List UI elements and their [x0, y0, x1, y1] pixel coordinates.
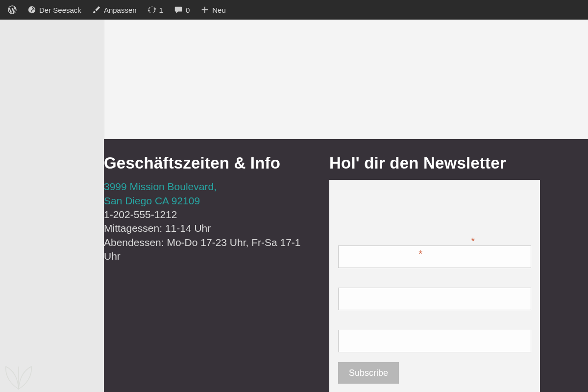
phone-line: 1-202-555-1212	[104, 208, 310, 221]
wp-logo-menu[interactable]	[4, 0, 21, 20]
customize-label: Anpassen	[104, 6, 137, 14]
newsletter-title: Hol' dir den Newsletter	[329, 153, 540, 173]
required-star-icon: *	[418, 248, 422, 260]
subscribe-button[interactable]: Subscribe	[338, 362, 399, 384]
decorative-leaf-icon	[1, 361, 36, 390]
site-name-menu[interactable]: Der Seesack	[24, 0, 85, 20]
newsletter-input-1[interactable]	[338, 245, 531, 268]
dinner-line: Abendessen: Mo-Do 17-23 Uhr, Fr-Sa 17-1 …	[104, 236, 310, 264]
comments-menu[interactable]: 0	[170, 0, 194, 20]
site-name-label: Der Seesack	[39, 6, 81, 14]
comments-count: 0	[186, 6, 190, 14]
address-link-line1[interactable]: 3999 Mission Boulevard,	[104, 180, 310, 194]
footer-newsletter-column: Hol' dir den Newsletter * * Subscribe	[329, 153, 540, 392]
updates-menu[interactable]: 1	[144, 0, 167, 20]
newsletter-header-area: * *	[338, 191, 531, 245]
new-label: Neu	[212, 6, 226, 14]
customize-menu[interactable]: Anpassen	[88, 0, 141, 20]
footer: Geschäftszeiten & Info 3999 Mission Boul…	[104, 139, 588, 392]
left-gutter	[0, 20, 104, 392]
newsletter-card: * * Subscribe	[329, 180, 540, 392]
page-body: Geschäftszeiten & Info 3999 Mission Boul…	[0, 20, 588, 392]
wp-admin-bar: Der Seesack Anpassen 1 0 Neu	[0, 0, 588, 20]
new-content-menu[interactable]: Neu	[196, 0, 230, 20]
footer-hours-column: Geschäftszeiten & Info 3999 Mission Boul…	[104, 153, 310, 392]
wordpress-icon	[8, 5, 17, 14]
lunch-line: Mittagessen: 11-14 Uhr	[104, 221, 310, 235]
update-icon	[147, 5, 156, 14]
updates-count: 1	[159, 6, 163, 14]
dashboard-icon	[27, 5, 36, 14]
address-link-line2[interactable]: San Diego CA 92109	[104, 194, 310, 208]
content-area	[104, 20, 588, 139]
newsletter-input-2[interactable]	[338, 288, 531, 310]
newsletter-input-3[interactable]	[338, 330, 531, 352]
comment-icon	[174, 5, 183, 14]
hours-title: Geschäftszeiten & Info	[104, 153, 310, 173]
plus-icon	[200, 5, 209, 14]
required-star-icon: *	[471, 236, 475, 247]
brush-icon	[92, 5, 101, 14]
